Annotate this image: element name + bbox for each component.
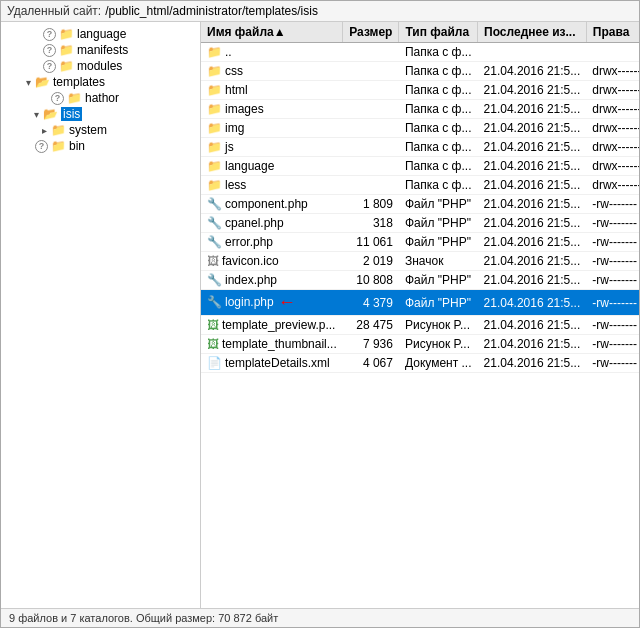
file-name: templateDetails.xml xyxy=(225,356,330,370)
file-size-cell xyxy=(343,43,399,62)
col-header-date[interactable]: Последнее из... xyxy=(478,22,587,43)
col-header-type[interactable]: Тип файла xyxy=(399,22,478,43)
table-row[interactable]: 📁imagesПапка с ф...21.04.2016 21:5...drw… xyxy=(201,100,639,119)
file-size-cell xyxy=(343,62,399,81)
file-size-cell: 7 936 xyxy=(343,335,399,354)
file-date-cell: 21.04.2016 21:5... xyxy=(478,233,587,252)
table-row[interactable]: 📁htmlПапка с ф...21.04.2016 21:5...drwx-… xyxy=(201,81,639,100)
file-perms-cell: drwx------ xyxy=(586,62,639,81)
table-row[interactable]: 📄templateDetails.xml4 067Документ ...21.… xyxy=(201,354,639,373)
table-row[interactable]: 📁..Папка с ф... xyxy=(201,43,639,62)
tree-panel[interactable]: ?📁language ?📁manifests ?📁modules▾📂templa… xyxy=(1,22,201,608)
folder-icon: 📁 xyxy=(207,64,222,78)
file-date-cell: 21.04.2016 21:5... xyxy=(478,157,587,176)
file-perms-cell: -rw------- xyxy=(586,354,639,373)
table-row[interactable]: 📁jsПапка с ф...21.04.2016 21:5...drwx---… xyxy=(201,138,639,157)
file-name-cell: 🖼favicon.ico xyxy=(201,252,343,271)
table-row[interactable]: 🔧error.php11 061Файл "PHP"21.04.2016 21:… xyxy=(201,233,639,252)
folder-icon: 📁 xyxy=(59,27,74,41)
file-name: index.php xyxy=(225,273,277,287)
file-name-cell: 🔧login.php← xyxy=(201,290,343,316)
tree-toggle: ▾ xyxy=(29,109,43,120)
file-name-cell: 📁language xyxy=(201,157,343,176)
folder-icon: 📁 xyxy=(207,83,222,97)
file-name: images xyxy=(225,102,264,116)
file-panel: Имя файла▲РазмерТип файлаПоследнее из...… xyxy=(201,22,639,608)
file-size-cell xyxy=(343,100,399,119)
folder-open-icon: 📂 xyxy=(35,75,50,89)
table-row[interactable]: 📁lessПапка с ф...21.04.2016 21:5...drwx-… xyxy=(201,176,639,195)
file-date-cell xyxy=(478,43,587,62)
file-name-cell: 📁img xyxy=(201,119,343,138)
file-name-cell: 📁images xyxy=(201,100,343,119)
file-date-cell: 21.04.2016 21:5... xyxy=(478,138,587,157)
file-name: template_thumbnail... xyxy=(222,337,337,351)
file-date-cell: 21.04.2016 21:5... xyxy=(478,316,587,335)
php-icon: 🔧 xyxy=(207,235,222,249)
file-size-cell: 2 019 xyxy=(343,252,399,271)
file-size-cell: 10 808 xyxy=(343,271,399,290)
tree-toggle: ▾ xyxy=(21,77,35,88)
file-name: cpanel.php xyxy=(225,216,284,230)
tree-item-templates[interactable]: ▾📂templates xyxy=(1,74,200,90)
file-type-cell: Папка с ф... xyxy=(399,157,478,176)
file-name: component.php xyxy=(225,197,308,211)
file-name-cell: 📁less xyxy=(201,176,343,195)
file-size-cell xyxy=(343,138,399,157)
file-name: language xyxy=(225,159,274,173)
file-perms-cell: -rw------- xyxy=(586,233,639,252)
tree-label: modules xyxy=(77,59,122,73)
tree-label: hathor xyxy=(85,91,119,105)
col-header-name[interactable]: Имя файла▲ xyxy=(201,22,343,43)
file-perms-cell: drwx------ xyxy=(586,100,639,119)
file-size-cell: 28 475 xyxy=(343,316,399,335)
file-date-cell: 21.04.2016 21:5... xyxy=(478,354,587,373)
main-panel: Удаленный сайт: /public_html/administrat… xyxy=(0,0,640,628)
file-type-cell: Папка с ф... xyxy=(399,138,478,157)
file-size-cell: 4 379 xyxy=(343,290,399,316)
file-name-cell: 📄templateDetails.xml xyxy=(201,354,343,373)
tree-item-language[interactable]: ?📁language xyxy=(1,26,200,42)
file-date-cell: 21.04.2016 21:5... xyxy=(478,119,587,138)
col-header-perms[interactable]: Права xyxy=(586,22,639,43)
file-date-cell: 21.04.2016 21:5... xyxy=(478,176,587,195)
table-row[interactable]: 🔧login.php←4 379Файл "PHP"21.04.2016 21:… xyxy=(201,290,639,316)
table-row[interactable]: 🔧component.php1 809Файл "PHP"21.04.2016 … xyxy=(201,195,639,214)
table-row[interactable]: 🖼template_thumbnail...7 936Рисунок P...2… xyxy=(201,335,639,354)
status-bar: 9 файлов и 7 каталогов. Общий размер: 70… xyxy=(1,608,639,627)
file-name: less xyxy=(225,178,246,192)
table-row[interactable]: 🔧cpanel.php318Файл "PHP"21.04.2016 21:5.… xyxy=(201,214,639,233)
tree-item-manifests[interactable]: ?📁manifests xyxy=(1,42,200,58)
tree-item-hathor[interactable]: ?📁hathor xyxy=(1,90,200,106)
table-row[interactable]: 🖼template_preview.p...28 475Рисунок P...… xyxy=(201,316,639,335)
file-table: Имя файла▲РазмерТип файлаПоследнее из...… xyxy=(201,22,639,373)
file-name: favicon.ico xyxy=(222,254,279,268)
file-type-cell: Рисунок P... xyxy=(399,316,478,335)
file-type-cell: Файл "PHP" xyxy=(399,233,478,252)
tree-item-bin[interactable]: ?📁bin xyxy=(1,138,200,154)
table-row[interactable]: 📁cssПапка с ф...21.04.2016 21:5...drwx--… xyxy=(201,62,639,81)
file-type-cell: Папка с ф... xyxy=(399,43,478,62)
file-name-cell: 🔧error.php xyxy=(201,233,343,252)
tree-item-system[interactable]: ▸📁system xyxy=(1,122,200,138)
file-perms-cell: -rw------- xyxy=(586,252,639,271)
file-type-cell: Папка с ф... xyxy=(399,62,478,81)
question-icon: ? xyxy=(51,92,64,105)
file-name: error.php xyxy=(225,235,273,249)
table-row[interactable]: 🖼favicon.ico2 019Значок21.04.2016 21:5..… xyxy=(201,252,639,271)
table-row[interactable]: 📁imgПапка с ф...21.04.2016 21:5...drwx--… xyxy=(201,119,639,138)
tree-item-isis[interactable]: ▾📂isis xyxy=(1,106,200,122)
file-type-cell: Папка с ф... xyxy=(399,176,478,195)
table-row[interactable]: 📁languageПапка с ф...21.04.2016 21:5...d… xyxy=(201,157,639,176)
file-size-cell: 4 067 xyxy=(343,354,399,373)
file-name-cell: 🖼template_thumbnail... xyxy=(201,335,343,354)
tree-item-modules[interactable]: ?📁modules xyxy=(1,58,200,74)
table-row[interactable]: 🔧index.php10 808Файл "PHP"21.04.2016 21:… xyxy=(201,271,639,290)
file-perms-cell: drwx------ xyxy=(586,119,639,138)
file-date-cell: 21.04.2016 21:5... xyxy=(478,214,587,233)
file-name: img xyxy=(225,121,244,135)
file-table-wrapper[interactable]: Имя файла▲РазмерТип файлаПоследнее из...… xyxy=(201,22,639,608)
file-perms-cell: drwx------ xyxy=(586,157,639,176)
col-header-size[interactable]: Размер xyxy=(343,22,399,43)
php-icon: 🔧 xyxy=(207,295,222,309)
